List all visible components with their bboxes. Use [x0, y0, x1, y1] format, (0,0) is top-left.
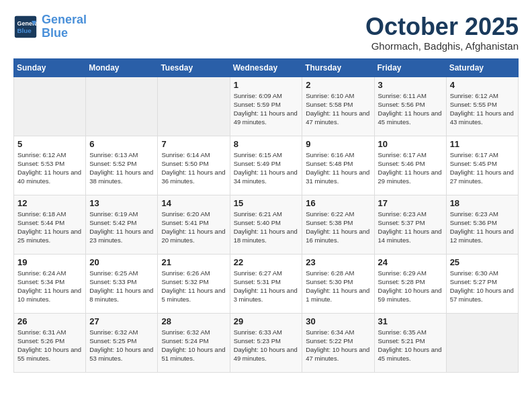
logo-text: GeneralBlue	[42, 13, 87, 40]
calendar-cell: 5Sunrise: 6:12 AMSunset: 5:53 PMDaylight…	[14, 136, 86, 195]
day-info: Sunrise: 6:16 AMSunset: 5:48 PMDaylight:…	[306, 150, 370, 186]
calendar-cell: 6Sunrise: 6:13 AMSunset: 5:52 PMDaylight…	[86, 136, 158, 195]
calendar-cell: 13Sunrise: 6:19 AMSunset: 5:42 PMDayligh…	[86, 195, 158, 254]
day-info: Sunrise: 6:32 AMSunset: 5:24 PMDaylight:…	[161, 328, 226, 363]
day-info: Sunrise: 6:25 AMSunset: 5:33 PMDaylight:…	[89, 269, 154, 304]
logo: General Blue GeneralBlue	[13, 13, 87, 40]
day-number: 9	[306, 139, 370, 149]
day-number: 22	[234, 257, 299, 267]
calendar-cell: 18Sunrise: 6:23 AMSunset: 5:36 PMDayligh…	[446, 195, 518, 254]
day-info: Sunrise: 6:11 AMSunset: 5:56 PMDaylight:…	[378, 91, 443, 127]
calendar-cell: 10Sunrise: 6:17 AMSunset: 5:46 PMDayligh…	[374, 136, 446, 195]
calendar-weekday-thursday: Thursday	[302, 58, 374, 77]
location-subtitle: Ghormach, Badghis, Afghanistan	[365, 40, 519, 52]
calendar-cell: 16Sunrise: 6:22 AMSunset: 5:38 PMDayligh…	[302, 195, 374, 254]
day-info: Sunrise: 6:30 AMSunset: 5:27 PMDaylight:…	[450, 269, 515, 304]
calendar-weekday-sunday: Sunday	[14, 58, 86, 77]
calendar-cell: 25Sunrise: 6:30 AMSunset: 5:27 PMDayligh…	[446, 254, 518, 313]
calendar-week-5: 26Sunrise: 6:31 AMSunset: 5:26 PMDayligh…	[14, 313, 519, 372]
day-info: Sunrise: 6:24 AMSunset: 5:34 PMDaylight:…	[17, 269, 82, 304]
day-info: Sunrise: 6:22 AMSunset: 5:38 PMDaylight:…	[306, 210, 370, 245]
day-number: 23	[306, 257, 370, 267]
day-number: 28	[161, 316, 226, 326]
day-number: 3	[378, 80, 443, 90]
day-number: 2	[306, 80, 370, 90]
day-info: Sunrise: 6:28 AMSunset: 5:30 PMDaylight:…	[306, 269, 370, 304]
calendar-cell	[158, 77, 230, 136]
day-number: 13	[89, 198, 154, 208]
calendar-cell: 23Sunrise: 6:28 AMSunset: 5:30 PMDayligh…	[302, 254, 374, 313]
day-info: Sunrise: 6:09 AMSunset: 5:59 PMDaylight:…	[234, 91, 299, 127]
day-info: Sunrise: 6:18 AMSunset: 5:44 PMDaylight:…	[17, 210, 82, 245]
calendar-cell: 20Sunrise: 6:25 AMSunset: 5:33 PMDayligh…	[86, 254, 158, 313]
calendar-cell: 26Sunrise: 6:31 AMSunset: 5:26 PMDayligh…	[14, 313, 86, 372]
day-number: 25	[450, 257, 515, 267]
calendar-cell: 15Sunrise: 6:21 AMSunset: 5:40 PMDayligh…	[230, 195, 302, 254]
calendar-cell: 14Sunrise: 6:20 AMSunset: 5:41 PMDayligh…	[158, 195, 230, 254]
calendar-cell: 22Sunrise: 6:27 AMSunset: 5:31 PMDayligh…	[230, 254, 302, 313]
day-info: Sunrise: 6:27 AMSunset: 5:31 PMDaylight:…	[234, 269, 299, 304]
calendar-cell: 2Sunrise: 6:10 AMSunset: 5:58 PMDaylight…	[302, 77, 374, 136]
day-info: Sunrise: 6:21 AMSunset: 5:40 PMDaylight:…	[234, 210, 299, 245]
day-info: Sunrise: 6:12 AMSunset: 5:55 PMDaylight:…	[450, 91, 515, 127]
day-number: 16	[306, 198, 370, 208]
calendar-cell: 21Sunrise: 6:26 AMSunset: 5:32 PMDayligh…	[158, 254, 230, 313]
calendar-cell	[14, 77, 86, 136]
day-number: 8	[234, 139, 299, 149]
day-number: 18	[450, 198, 515, 208]
calendar-cell	[446, 313, 518, 372]
day-info: Sunrise: 6:15 AMSunset: 5:49 PMDaylight:…	[234, 150, 299, 186]
day-info: Sunrise: 6:13 AMSunset: 5:52 PMDaylight:…	[89, 150, 154, 186]
day-number: 5	[17, 139, 82, 149]
calendar-cell: 31Sunrise: 6:35 AMSunset: 5:21 PMDayligh…	[374, 313, 446, 372]
day-info: Sunrise: 6:32 AMSunset: 5:25 PMDaylight:…	[89, 328, 154, 363]
calendar-cell: 27Sunrise: 6:32 AMSunset: 5:25 PMDayligh…	[86, 313, 158, 372]
day-number: 15	[234, 198, 299, 208]
day-info: Sunrise: 6:29 AMSunset: 5:28 PMDaylight:…	[378, 269, 443, 304]
calendar-cell: 30Sunrise: 6:34 AMSunset: 5:22 PMDayligh…	[302, 313, 374, 372]
calendar-cell: 12Sunrise: 6:18 AMSunset: 5:44 PMDayligh…	[14, 195, 86, 254]
calendar-cell: 9Sunrise: 6:16 AMSunset: 5:48 PMDaylight…	[302, 136, 374, 195]
calendar-weekday-tuesday: Tuesday	[158, 58, 230, 77]
day-info: Sunrise: 6:23 AMSunset: 5:37 PMDaylight:…	[378, 210, 443, 245]
calendar-cell: 11Sunrise: 6:17 AMSunset: 5:45 PMDayligh…	[446, 136, 518, 195]
day-number: 7	[161, 139, 226, 149]
calendar-weekday-monday: Monday	[86, 58, 158, 77]
day-info: Sunrise: 6:20 AMSunset: 5:41 PMDaylight:…	[161, 210, 226, 245]
calendar-week-1: 1Sunrise: 6:09 AMSunset: 5:59 PMDaylight…	[14, 77, 519, 136]
calendar-weekday-friday: Friday	[374, 58, 446, 77]
month-title: October 2025	[365, 13, 519, 40]
day-number: 17	[378, 198, 443, 208]
svg-text:Blue: Blue	[17, 27, 32, 34]
calendar-cell: 24Sunrise: 6:29 AMSunset: 5:28 PMDayligh…	[374, 254, 446, 313]
calendar-cell: 4Sunrise: 6:12 AMSunset: 5:55 PMDaylight…	[446, 77, 518, 136]
calendar-cell: 19Sunrise: 6:24 AMSunset: 5:34 PMDayligh…	[14, 254, 86, 313]
day-info: Sunrise: 6:26 AMSunset: 5:32 PMDaylight:…	[161, 269, 226, 304]
day-number: 29	[234, 316, 299, 326]
page-header: General Blue GeneralBlue October 2025 Gh…	[13, 13, 519, 52]
day-info: Sunrise: 6:34 AMSunset: 5:22 PMDaylight:…	[306, 328, 370, 363]
calendar-weekday-saturday: Saturday	[446, 58, 518, 77]
day-number: 24	[378, 257, 443, 267]
calendar-cell: 29Sunrise: 6:33 AMSunset: 5:23 PMDayligh…	[230, 313, 302, 372]
calendar-cell: 7Sunrise: 6:14 AMSunset: 5:50 PMDaylight…	[158, 136, 230, 195]
day-number: 1	[234, 80, 299, 90]
calendar-week-2: 5Sunrise: 6:12 AMSunset: 5:53 PMDaylight…	[14, 136, 519, 195]
day-info: Sunrise: 6:33 AMSunset: 5:23 PMDaylight:…	[234, 328, 299, 363]
title-block: October 2025 Ghormach, Badghis, Afghanis…	[365, 13, 519, 52]
day-number: 19	[17, 257, 82, 267]
day-info: Sunrise: 6:17 AMSunset: 5:46 PMDaylight:…	[378, 150, 443, 186]
day-number: 26	[17, 316, 82, 326]
day-info: Sunrise: 6:19 AMSunset: 5:42 PMDaylight:…	[89, 210, 154, 245]
calendar-cell	[86, 77, 158, 136]
day-number: 10	[378, 139, 443, 149]
calendar-cell: 28Sunrise: 6:32 AMSunset: 5:24 PMDayligh…	[158, 313, 230, 372]
day-number: 11	[450, 139, 515, 149]
calendar-cell: 8Sunrise: 6:15 AMSunset: 5:49 PMDaylight…	[230, 136, 302, 195]
day-info: Sunrise: 6:14 AMSunset: 5:50 PMDaylight:…	[161, 150, 226, 186]
day-number: 12	[17, 198, 82, 208]
day-number: 4	[450, 80, 515, 90]
day-info: Sunrise: 6:31 AMSunset: 5:26 PMDaylight:…	[17, 328, 82, 363]
day-info: Sunrise: 6:35 AMSunset: 5:21 PMDaylight:…	[378, 328, 443, 363]
calendar-cell: 3Sunrise: 6:11 AMSunset: 5:56 PMDaylight…	[374, 77, 446, 136]
